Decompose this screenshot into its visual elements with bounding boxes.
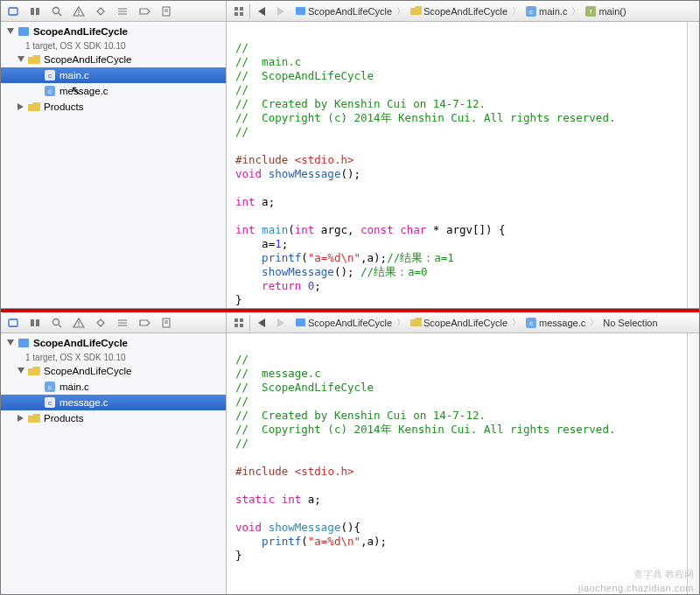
svg-point-45 — [78, 325, 79, 326]
fn-decl: showMessage — [269, 167, 341, 180]
test-navigator-icon[interactable] — [94, 4, 108, 18]
related-items-icon[interactable] — [232, 316, 246, 330]
svg-marker-8 — [97, 8, 104, 15]
svg-rect-60 — [296, 318, 305, 326]
svg-line-4 — [59, 13, 61, 16]
debug-navigator-icon[interactable] — [116, 316, 130, 330]
showMessage-call: showMessage — [262, 265, 334, 278]
project-navigator[interactable]: ScopeAndLifeCycle 1 target, OS X SDK 10.… — [1, 333, 227, 595]
symbol-navigator-icon[interactable] — [28, 4, 42, 18]
products-node[interactable]: Products — [1, 410, 226, 426]
svg-text:c: c — [529, 319, 533, 327]
project-icon — [294, 317, 306, 329]
breakpoint-navigator-icon[interactable] — [137, 4, 151, 18]
find-navigator-icon[interactable] — [50, 4, 64, 18]
folder-icon — [27, 412, 41, 424]
related-items-icon[interactable] — [232, 4, 246, 18]
disclosure-triangle-icon[interactable] — [17, 414, 25, 423]
report-navigator-icon[interactable] — [159, 4, 173, 18]
pp-include: #include — [235, 153, 288, 166]
code-editor[interactable]: // // message.c // ScopeAndLifeCycle // … — [227, 333, 699, 595]
c-file-icon: c — [43, 396, 57, 409]
toolbar-row: ScopeAndLifeCycle 〉 ScopeAndLifeCycle 〉 … — [1, 1, 699, 22]
file-node-main[interactable]: c main.c — [1, 379, 226, 395]
project-icon — [17, 337, 31, 349]
file-node-message[interactable]: c message.c — [1, 83, 226, 99]
navigator-toolbar — [1, 312, 227, 332]
file-label: message.c — [60, 397, 108, 408]
svg-rect-16 — [234, 7, 238, 10]
svg-rect-55 — [240, 318, 243, 322]
disclosure-triangle-icon[interactable] — [17, 102, 25, 111]
group-node[interactable]: ScopeAndLifeCycle — [1, 363, 226, 379]
project-navigator-icon[interactable] — [6, 316, 20, 330]
pane-body: ScopeAndLifeCycle 1 target, OS X SDK 10.… — [1, 22, 699, 308]
breakpoint-navigator-icon[interactable] — [137, 316, 151, 330]
printf-call: printf — [262, 535, 301, 548]
issue-navigator-icon[interactable] — [72, 316, 86, 330]
comment-line: // — [235, 41, 248, 54]
group-node[interactable]: ScopeAndLifeCycle — [1, 52, 226, 67]
nav-back-icon[interactable] — [254, 4, 270, 19]
disclosure-triangle-icon[interactable] — [6, 339, 15, 347]
file-node-message[interactable]: c message.c — [1, 395, 226, 410]
chevron-icon: 〉 — [396, 5, 406, 18]
chevron-icon: 〉 — [511, 5, 522, 18]
svg-rect-40 — [36, 319, 39, 326]
c-file-icon: c — [43, 381, 57, 393]
comment-line: // message.c — [235, 367, 321, 380]
svg-rect-2 — [36, 8, 39, 15]
svg-marker-30 — [18, 56, 24, 62]
svg-rect-39 — [31, 319, 34, 326]
xcode-pane-top: ScopeAndLifeCycle 〉 ScopeAndLifeCycle 〉 … — [1, 1, 699, 309]
svg-marker-31 — [28, 55, 40, 64]
project-node[interactable]: ScopeAndLifeCycle — [1, 335, 226, 351]
svg-marker-61 — [410, 318, 422, 326]
svg-marker-72 — [18, 415, 24, 422]
disclosure-triangle-icon[interactable] — [17, 367, 25, 375]
disclosure-triangle-icon[interactable] — [17, 55, 25, 64]
crumb-project: ScopeAndLifeCycle — [308, 6, 392, 17]
project-subtitle: 1 target, OS X SDK 10.10 — [1, 351, 226, 363]
issue-navigator-icon[interactable] — [72, 4, 86, 18]
group-label: ScopeAndLifeCycle — [44, 366, 131, 376]
test-navigator-icon[interactable] — [94, 316, 108, 330]
group-label: ScopeAndLifeCycle — [44, 54, 131, 65]
code-editor[interactable]: // // main.c // ScopeAndLifeCycle // // … — [227, 22, 699, 308]
svg-line-42 — [59, 325, 61, 327]
breadcrumb-bar[interactable]: ScopeAndLifeCycle 〉 ScopeAndLifeCycle 〉 … — [292, 312, 660, 332]
symbol-navigator-icon[interactable] — [28, 316, 42, 330]
nav-back-icon[interactable] — [254, 315, 270, 331]
crumb-group: ScopeAndLifeCycle — [424, 318, 508, 328]
nav-forward-icon[interactable] — [273, 315, 289, 331]
toolbar-separator — [249, 4, 250, 19]
scrollbar-vertical[interactable] — [687, 22, 699, 308]
svg-rect-1 — [31, 8, 34, 15]
project-navigator[interactable]: ScopeAndLifeCycle 1 target, OS X SDK 10.… — [1, 22, 227, 308]
nav-forward-icon[interactable] — [273, 4, 289, 19]
file-label: main.c — [60, 70, 89, 80]
svg-marker-36 — [18, 103, 24, 110]
project-navigator-icon[interactable] — [6, 4, 20, 18]
comment-line: // Created by Kenshin Cui on 14-7-12. — [235, 409, 486, 422]
scrollbar-vertical[interactable] — [687, 333, 699, 595]
disclosure-triangle-icon[interactable] — [6, 27, 15, 36]
find-navigator-icon[interactable] — [50, 316, 64, 330]
breadcrumb-bar[interactable]: ScopeAndLifeCycle 〉 ScopeAndLifeCycle 〉 … — [292, 1, 628, 21]
comment-line: // ScopeAndLifeCycle — [235, 381, 374, 394]
svg-marker-46 — [97, 319, 104, 326]
spacer — [32, 71, 41, 80]
chevron-icon: 〉 — [570, 5, 581, 18]
folder-icon — [27, 101, 41, 113]
products-node[interactable]: Products — [1, 99, 226, 115]
file-node-main[interactable]: c main.c — [1, 67, 226, 83]
report-navigator-icon[interactable] — [159, 316, 173, 330]
folder-icon — [27, 365, 41, 377]
spacer — [32, 382, 41, 391]
chevron-icon: 〉 — [511, 317, 522, 329]
project-node[interactable]: ScopeAndLifeCycle — [1, 24, 226, 39]
printf-call: printf — [262, 251, 301, 264]
svg-text:c: c — [48, 72, 52, 80]
debug-navigator-icon[interactable] — [116, 4, 130, 18]
editor-toolbar: ScopeAndLifeCycle 〉 ScopeAndLifeCycle 〉 … — [227, 1, 699, 21]
